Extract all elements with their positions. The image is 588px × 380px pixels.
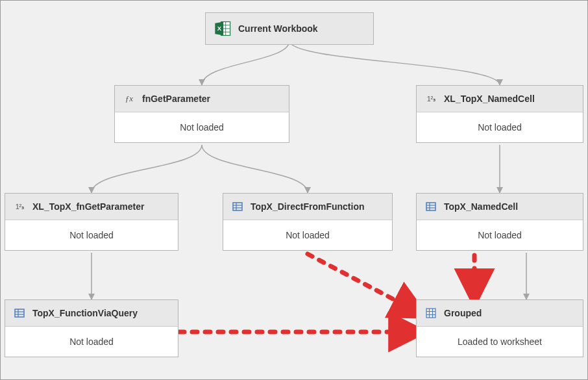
- table-icon: [424, 200, 437, 213]
- svg-rect-10: [426, 203, 435, 210]
- node-status: Loaded to worksheet: [417, 327, 583, 357]
- grid-icon: [424, 307, 437, 320]
- table-icon: [231, 200, 244, 213]
- excel-icon: X: [214, 19, 232, 38]
- node-title: TopX_NamedCell: [444, 201, 518, 212]
- node-title: fnGetParameter: [142, 94, 210, 104]
- table-icon: [13, 307, 26, 320]
- svg-rect-18: [426, 309, 435, 318]
- node-topx-directfromfunction[interactable]: TopX_DirectFromFunction Not loaded: [223, 193, 393, 251]
- node-grouped[interactable]: Grouped Loaded to worksheet: [416, 299, 583, 357]
- node-status: Not loaded: [417, 112, 583, 142]
- node-title: XL_TopX_NamedCell: [444, 94, 535, 104]
- node-title: Grouped: [444, 308, 482, 318]
- node-xl-topx-fngetparameter[interactable]: 1²₃ XL_TopX_fnGetParameter Not loaded: [5, 193, 178, 251]
- node-status: Not loaded: [223, 220, 392, 250]
- number-icon: 1²₃: [424, 92, 437, 105]
- svg-text:X: X: [217, 25, 222, 32]
- fx-icon: ƒx: [123, 92, 136, 105]
- node-title: TopX_DirectFromFunction: [251, 201, 365, 212]
- number-icon: 1²₃: [13, 200, 26, 213]
- node-fngetparameter[interactable]: ƒx fnGetParameter Not loaded: [114, 85, 289, 143]
- node-xl-topx-namedcell[interactable]: 1²₃ XL_TopX_NamedCell Not loaded: [416, 85, 583, 143]
- node-status: Not loaded: [417, 220, 583, 250]
- node-topx-functionviaquery[interactable]: TopX_FunctionViaQuery Not loaded: [5, 299, 178, 357]
- svg-rect-6: [233, 203, 242, 210]
- node-status: Not loaded: [115, 112, 289, 142]
- svg-rect-14: [15, 309, 24, 317]
- node-status: Not loaded: [5, 327, 178, 357]
- node-topx-namedcell[interactable]: TopX_NamedCell Not loaded: [416, 193, 583, 251]
- node-title: Current Workbook: [238, 23, 318, 34]
- node-current-workbook[interactable]: X Current Workbook: [205, 12, 374, 45]
- node-status: Not loaded: [5, 220, 178, 250]
- node-title: XL_TopX_fnGetParameter: [32, 201, 144, 212]
- node-title: TopX_FunctionViaQuery: [32, 308, 138, 318]
